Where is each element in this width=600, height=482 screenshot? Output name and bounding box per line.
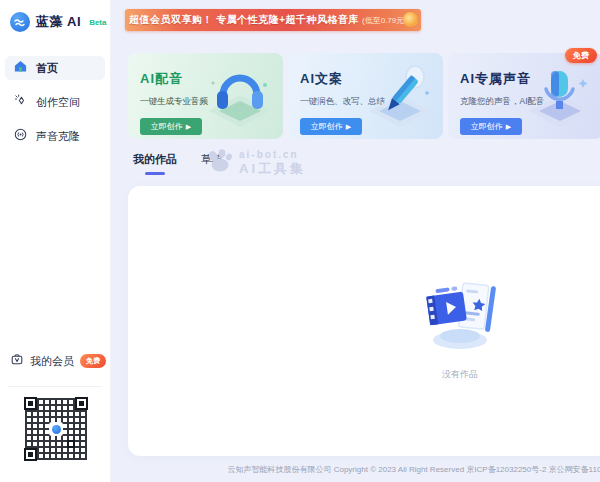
arrow-right-icon: ▶ xyxy=(186,123,191,130)
membership-free-badge: 免费 xyxy=(80,354,106,368)
sidebar-item-label: 声音克隆 xyxy=(36,129,80,144)
sidebar-item-creation-space[interactable]: 创作空间 xyxy=(5,90,105,114)
arrow-right-icon: ▶ xyxy=(506,123,511,130)
works-panel: 没有作品 xyxy=(128,186,600,456)
arrow-right-icon: ▶ xyxy=(346,123,351,130)
qr-alignment xyxy=(67,440,75,448)
qr-finder xyxy=(24,397,37,410)
vip-bag-icon xyxy=(10,352,24,370)
home-icon xyxy=(13,59,28,78)
card-title: AI配音 xyxy=(140,70,283,88)
paw-icon xyxy=(206,148,233,177)
sidebar: 蓝藻 AI Beta 首页 xyxy=(0,0,111,482)
sidebar-item-label: 首页 xyxy=(36,61,58,76)
promo-banner[interactable]: 超值会员双享购！ 专属个性克隆+超千种风格音库 (低至0.79元/天) xyxy=(125,9,421,31)
empty-state-text: 没有作品 xyxy=(128,368,600,381)
footer-copyright: 云知声智能科技股份有限公司 Copyright © 2023 All Right… xyxy=(128,464,600,475)
sidebar-divider xyxy=(8,386,102,387)
empty-state: 没有作品 xyxy=(128,272,600,381)
sidebar-item-voice-clone[interactable]: 声音克隆 xyxy=(5,124,105,148)
sidebar-nav: 首页 创作空间 声音克 xyxy=(5,56,105,158)
card-ai-copywriting[interactable]: AI文案 一键润色、改写、总结 立即创作 ▶ xyxy=(288,53,443,139)
create-now-label: 立即创作 xyxy=(471,121,503,132)
brand-logo: 蓝藻 AI Beta xyxy=(10,12,106,32)
promo-banner-text: 超值会员双享购！ 专属个性克隆+超千种风格音库 xyxy=(129,13,359,27)
sidebar-item-label: 创作空间 xyxy=(36,95,80,110)
watermark-text: ai-bot.cn AI工具集 xyxy=(239,149,306,177)
sidebar-item-home[interactable]: 首页 xyxy=(5,56,105,80)
tab-my-works[interactable]: 我的作品 xyxy=(133,152,177,175)
free-badge: 免费 xyxy=(565,48,597,63)
voice-broadcast-icon xyxy=(13,127,28,146)
active-tab-underline xyxy=(145,172,165,175)
brand-logo-icon xyxy=(10,12,30,32)
card-ai-personal-voice[interactable]: 免费 AI专属声音 克隆您的声音，AI配音 立即创作 ▶ xyxy=(448,53,600,139)
sun-decoration-icon xyxy=(403,12,418,27)
membership-label: 我的会员 xyxy=(30,354,74,369)
watermark-url: ai-bot.cn xyxy=(239,149,306,161)
create-now-button[interactable]: 立即创作 ▶ xyxy=(300,118,362,135)
tab-label: 我的作品 xyxy=(133,153,177,165)
card-ai-dubbing[interactable]: AI配音 一键生成专业音频 立即创作 ▶ xyxy=(128,53,283,139)
create-now-button[interactable]: 立即创作 ▶ xyxy=(460,118,522,135)
card-subtitle: 克隆您的声音，AI配音 xyxy=(460,96,600,108)
brand-beta-tag: Beta xyxy=(89,18,106,27)
sparkle-icon xyxy=(13,93,28,112)
create-now-button[interactable]: 立即创作 ▶ xyxy=(140,118,202,135)
qr-center-logo xyxy=(49,422,63,436)
card-title: AI文案 xyxy=(300,70,443,88)
qr-finder xyxy=(24,448,37,461)
create-now-label: 立即创作 xyxy=(151,121,183,132)
card-subtitle: 一键生成专业音频 xyxy=(140,96,283,108)
feature-cards: AI配音 一键生成专业音频 立即创作 ▶ AI文案 一键润色、改 xyxy=(128,53,600,139)
create-now-label: 立即创作 xyxy=(311,121,343,132)
brand-name: 蓝藻 AI xyxy=(36,13,81,31)
watermark: ai-bot.cn AI工具集 xyxy=(206,148,306,177)
card-title: AI专属声音 xyxy=(460,70,600,88)
qr-finder xyxy=(75,397,88,410)
card-subtitle: 一键润色、改写、总结 xyxy=(300,96,443,108)
app-window: 蓝藻 AI Beta 首页 xyxy=(0,0,600,482)
qr-code xyxy=(23,396,89,462)
watermark-title: AI工具集 xyxy=(239,161,306,177)
sidebar-item-membership[interactable]: 我的会员 免费 xyxy=(10,352,106,370)
empty-works-illustration xyxy=(414,272,506,358)
